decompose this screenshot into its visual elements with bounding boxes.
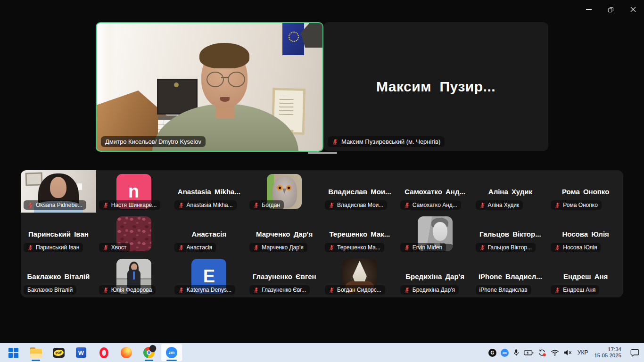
mic-muted-icon [253,245,259,251]
participant-name-label: Самохатко Анд... [400,200,461,210]
taskbar-clock[interactable]: 17:34 15.05.2025 [594,346,621,359]
mic-muted-icon [554,287,561,293]
minimize-button[interactable] [578,0,600,19]
participant-tile[interactable]: Хвост [96,213,172,255]
participant-name-label: Рома Онопко [551,200,602,210]
participant-tile[interactable]: Богдан Сидорс... [322,255,397,297]
taskbar-firefox[interactable] [116,344,137,362]
pdf-viewer-icon [53,348,65,358]
notification-bubble-icon [630,349,639,357]
volume-muted-icon[interactable] [563,349,572,356]
mic-muted-icon [27,202,33,208]
taskbar-word[interactable] [70,344,92,362]
sync-alert-icon[interactable] [538,349,546,357]
mic-muted-icon [27,245,33,251]
participant-tile[interactable]: Носова Юлія Носова Юлія [548,213,623,255]
taskbar-file-explorer[interactable] [25,344,47,362]
participant-tile[interactable]: Anastasia Mikha... Anastasia Mikha... [172,170,247,213]
mic-muted-icon [479,245,486,251]
minimize-icon [586,9,592,10]
mic-muted-icon [178,245,184,251]
restore-button[interactable] [600,0,622,19]
language-indicator[interactable]: УКР [578,349,588,356]
taskbar-start-button[interactable] [2,344,24,362]
active-speaker-tile[interactable]: Дмитро Кисельов/ Dmytro Kyselov [96,22,323,152]
windows-start-icon [8,348,18,358]
participant-tile[interactable]: Анастасія Анастасія [172,213,247,255]
mic-muted-icon [404,245,410,251]
participant-name-label: Бредихіна Дар'я [400,285,459,295]
participant-name-label: Oksana Pidnebe... [24,200,86,210]
desktop: { "window": { "control_icons": ["minimiz… [0,0,644,362]
mic-muted-icon [404,202,410,208]
participant-tile[interactable]: Гальцов Віктор... Гальцов Віктор... [473,213,548,255]
participant-name-label: Богдан [249,200,284,210]
zoom-badge-icon[interactable] [501,349,509,357]
participant-tile[interactable]: Самохатко Анд... Самохатко Анд... [397,170,473,213]
notification-center-button[interactable] [630,349,639,357]
participant-name-label: Паринський Іван [24,243,83,252]
participant-name-label: Хвост [99,243,130,252]
window-controls [578,0,644,19]
gallery-grid: Oksana Pidnebe... n Настя Шинкаре... Ana… [21,170,623,297]
battery-charging-icon[interactable] [524,350,534,356]
participant-tile[interactable]: n Настя Шинкаре... [96,170,172,213]
participant-name-label: Богдан Сидорс... [325,285,385,295]
opera-icon [99,347,108,358]
participant-tile[interactable]: E Kateryna Denys... [172,255,247,297]
participant-tile[interactable]: Oksana Pidnebe... [21,170,96,213]
participant-tile[interactable]: Ендреш Аня Ендреш Аня [548,255,623,297]
taskbar: УКР 17:34 15.05.2025 [0,343,644,362]
participant-name-label: Ervin Miden [400,243,446,252]
mic-muted-icon [103,202,109,208]
participant-name-label: Глазуненко Євг... [249,285,310,295]
g-badge-icon[interactable] [488,349,496,357]
participant-tile[interactable]: Баклажко Віталій Баклажко Віталій [21,255,96,297]
taskbar-zoom[interactable] [161,344,182,362]
participant-name-label: Анастасія [174,243,216,252]
participant-name-label: Юлія Федорова [99,285,156,295]
participant-name-label: Терешенко Ма... [325,243,384,252]
wifi-icon[interactable] [551,349,559,356]
mic-muted-icon [332,139,339,145]
system-tray: УКР 17:34 15.05.2025 [488,343,644,362]
participant-name-label: Аліна Худик [476,200,523,210]
participant-tile[interactable]: Аліна Худик Аліна Худик [473,170,548,213]
participant-tile[interactable]: Паринський Іван Паринський Іван [21,213,96,255]
participant-name-label: Ендреш Аня [551,285,599,295]
mic-muted-icon [329,245,335,251]
taskbar-apps [0,343,183,362]
pinned-speaker-tile[interactable]: Максим Пузир... Максим Пузиревський (м. … [323,22,548,151]
mic-muted-icon [329,287,335,293]
ms-word-icon [76,347,86,358]
participant-tile[interactable]: Глазуненко Євген Глазуненко Євг... [247,255,322,297]
mic-muted-icon [554,245,561,251]
participant-tile[interactable]: Ervin Miden [397,213,473,255]
mic-muted-icon [554,202,561,208]
participant-tile[interactable]: iPhone Владисл... iPhone Владислав [473,255,548,297]
participant-tile[interactable]: Бредихіна Дар'я Бредихіна Дар'я [397,255,473,297]
taskbar-date: 15.05.2025 [594,353,621,359]
participant-tile[interactable]: Богдан [247,170,322,213]
participant-tile[interactable]: Рома Онопко Рома Онопко [548,170,623,213]
participant-tile[interactable]: Марченко Дар'я Марченко Дар'я [247,213,322,255]
firefox-icon [121,347,132,358]
participant-tile[interactable]: Владислав Мои... Владислав Мои... [322,170,397,213]
mic-muted-icon [178,202,184,208]
close-icon [630,7,636,12]
close-button[interactable] [622,0,644,19]
taskbar-chrome[interactable] [138,344,160,362]
taskbar-opera[interactable] [93,344,115,362]
pinned-speaker-display-name: Максим Пузир... [323,22,548,151]
participant-name-label: Настя Шинкаре... [99,200,161,210]
view-resize-handle[interactable] [308,152,337,154]
microphone-icon[interactable] [513,349,520,356]
participant-name-label: Баклажко Віталій [24,285,76,295]
file-explorer-icon [30,349,42,358]
taskbar-pdf-viewer[interactable] [48,344,69,362]
participant-tile[interactable]: Юлія Федорова [96,255,172,297]
participant-name-label: Anastasia Mikha... [174,200,237,210]
mic-muted-icon [178,287,184,293]
participant-tile[interactable]: Терешенко Мак... Терешенко Ма... [322,213,397,255]
mic-muted-icon [103,287,109,293]
